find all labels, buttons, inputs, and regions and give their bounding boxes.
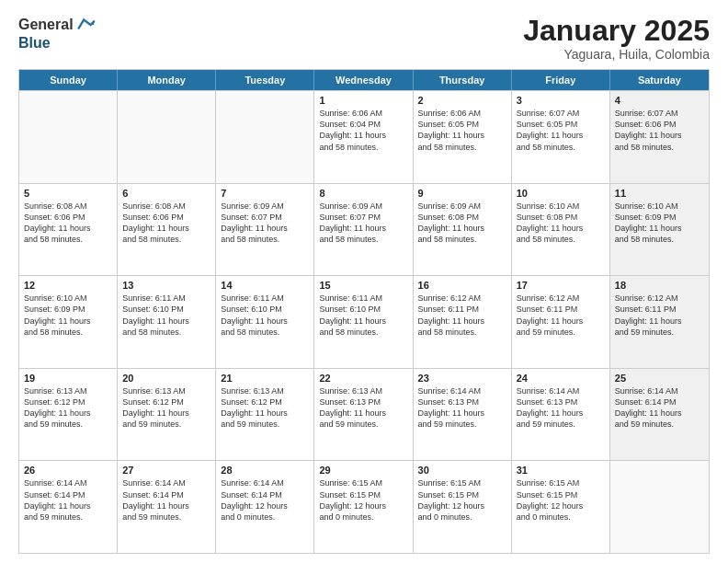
day-number: 22: [319, 373, 407, 384]
day-number: 1: [319, 95, 407, 106]
cell-info: Sunrise: 6:15 AM Sunset: 6:15 PM Dayligh…: [319, 477, 407, 523]
cell-info: Sunrise: 6:10 AM Sunset: 6:09 PM Dayligh…: [24, 293, 112, 338]
day-number: 4: [615, 95, 704, 106]
month-title: January 2025: [523, 15, 710, 47]
calendar-cell: 22Sunrise: 6:13 AM Sunset: 6:13 PM Dayli…: [314, 369, 413, 461]
calendar-header: SundayMondayTuesdayWednesdayThursdayFrid…: [19, 70, 709, 90]
cell-info: Sunrise: 6:09 AM Sunset: 6:07 PM Dayligh…: [221, 201, 309, 246]
day-number: 23: [418, 373, 506, 384]
calendar-row: 12Sunrise: 6:10 AM Sunset: 6:09 PM Dayli…: [19, 275, 709, 368]
calendar-row: 26Sunrise: 6:14 AM Sunset: 6:14 PM Dayli…: [19, 460, 709, 553]
logo-icon: [75, 15, 96, 35]
cell-info: Sunrise: 6:14 AM Sunset: 6:14 PM Dayligh…: [615, 385, 704, 431]
calendar-cell: 5Sunrise: 6:08 AM Sunset: 6:06 PM Daylig…: [19, 184, 118, 276]
day-number: 24: [517, 373, 605, 384]
cell-info: Sunrise: 6:15 AM Sunset: 6:15 PM Dayligh…: [418, 477, 506, 523]
calendar-row: 5Sunrise: 6:08 AM Sunset: 6:06 PM Daylig…: [19, 183, 709, 276]
day-number: 13: [122, 280, 210, 291]
day-number: 2: [418, 95, 506, 106]
cell-info: Sunrise: 6:11 AM Sunset: 6:10 PM Dayligh…: [221, 293, 309, 338]
cell-info: Sunrise: 6:06 AM Sunset: 6:04 PM Dayligh…: [319, 108, 407, 153]
day-number: 16: [418, 280, 506, 291]
calendar-cell: 31Sunrise: 6:15 AM Sunset: 6:15 PM Dayli…: [512, 461, 610, 553]
location: Yaguara, Huila, Colombia: [523, 47, 710, 62]
calendar-cell: 16Sunrise: 6:12 AM Sunset: 6:11 PM Dayli…: [414, 276, 512, 368]
calendar-cell: 19Sunrise: 6:13 AM Sunset: 6:12 PM Dayli…: [19, 369, 118, 461]
day-number: 25: [615, 373, 704, 384]
day-number: 26: [24, 465, 112, 476]
calendar-cell: 3Sunrise: 6:07 AM Sunset: 6:05 PM Daylig…: [512, 91, 610, 183]
calendar-cell: 2Sunrise: 6:06 AM Sunset: 6:05 PM Daylig…: [414, 91, 512, 183]
logo-blue-text: Blue: [18, 35, 51, 52]
cell-info: Sunrise: 6:13 AM Sunset: 6:13 PM Dayligh…: [319, 385, 407, 431]
calendar-row: 1Sunrise: 6:06 AM Sunset: 6:04 PM Daylig…: [19, 90, 709, 183]
calendar-cell: 30Sunrise: 6:15 AM Sunset: 6:15 PM Dayli…: [414, 461, 512, 553]
day-number: 27: [122, 465, 210, 476]
calendar-cell: 29Sunrise: 6:15 AM Sunset: 6:15 PM Dayli…: [314, 461, 413, 553]
page: General Blue January 2025 Yaguara, Huila…: [0, 0, 728, 563]
cell-info: Sunrise: 6:14 AM Sunset: 6:13 PM Dayligh…: [418, 385, 506, 431]
cell-info: Sunrise: 6:14 AM Sunset: 6:13 PM Dayligh…: [517, 385, 605, 431]
calendar-header-cell: Monday: [118, 70, 216, 90]
calendar-cell: 17Sunrise: 6:12 AM Sunset: 6:11 PM Dayli…: [512, 276, 610, 368]
cell-info: Sunrise: 6:07 AM Sunset: 6:06 PM Dayligh…: [615, 108, 704, 153]
day-number: 28: [221, 465, 309, 476]
day-number: 7: [221, 188, 309, 199]
calendar-cell: 27Sunrise: 6:14 AM Sunset: 6:14 PM Dayli…: [118, 461, 216, 553]
calendar-cell: 11Sunrise: 6:10 AM Sunset: 6:09 PM Dayli…: [610, 184, 709, 276]
cell-info: Sunrise: 6:09 AM Sunset: 6:07 PM Dayligh…: [319, 201, 407, 246]
calendar-header-cell: Wednesday: [314, 70, 413, 90]
title-block: January 2025 Yaguara, Huila, Colombia: [523, 15, 710, 62]
calendar-cell: 20Sunrise: 6:13 AM Sunset: 6:12 PM Dayli…: [118, 369, 216, 461]
day-number: 6: [122, 188, 210, 199]
calendar-cell: [216, 91, 314, 183]
calendar-header-cell: Sunday: [19, 70, 118, 90]
cell-info: Sunrise: 6:15 AM Sunset: 6:15 PM Dayligh…: [517, 477, 605, 523]
calendar-row: 19Sunrise: 6:13 AM Sunset: 6:12 PM Dayli…: [19, 368, 709, 461]
calendar-cell: 9Sunrise: 6:09 AM Sunset: 6:08 PM Daylig…: [414, 184, 512, 276]
logo-general-text: General: [18, 17, 74, 33]
calendar-header-cell: Friday: [512, 70, 610, 90]
cell-info: Sunrise: 6:13 AM Sunset: 6:12 PM Dayligh…: [221, 385, 309, 431]
calendar-header-cell: Tuesday: [216, 70, 314, 90]
calendar-cell: 8Sunrise: 6:09 AM Sunset: 6:07 PM Daylig…: [314, 184, 413, 276]
day-number: 5: [24, 188, 112, 199]
day-number: 14: [221, 280, 309, 291]
calendar-body: 1Sunrise: 6:06 AM Sunset: 6:04 PM Daylig…: [19, 90, 709, 553]
calendar-cell: 23Sunrise: 6:14 AM Sunset: 6:13 PM Dayli…: [414, 369, 512, 461]
calendar-cell: 18Sunrise: 6:12 AM Sunset: 6:11 PM Dayli…: [610, 276, 709, 368]
calendar-cell: [19, 91, 118, 183]
calendar-cell: 28Sunrise: 6:14 AM Sunset: 6:14 PM Dayli…: [216, 461, 314, 553]
day-number: 12: [24, 280, 112, 291]
cell-info: Sunrise: 6:12 AM Sunset: 6:11 PM Dayligh…: [615, 293, 704, 338]
cell-info: Sunrise: 6:11 AM Sunset: 6:10 PM Dayligh…: [319, 293, 407, 338]
calendar-cell: 15Sunrise: 6:11 AM Sunset: 6:10 PM Dayli…: [314, 276, 413, 368]
calendar-cell: 4Sunrise: 6:07 AM Sunset: 6:06 PM Daylig…: [610, 91, 709, 183]
calendar-cell: 7Sunrise: 6:09 AM Sunset: 6:07 PM Daylig…: [216, 184, 314, 276]
cell-info: Sunrise: 6:14 AM Sunset: 6:14 PM Dayligh…: [122, 477, 210, 523]
calendar-cell: 25Sunrise: 6:14 AM Sunset: 6:14 PM Dayli…: [610, 369, 709, 461]
cell-info: Sunrise: 6:10 AM Sunset: 6:08 PM Dayligh…: [517, 201, 605, 246]
day-number: 31: [517, 465, 605, 476]
calendar-cell: [610, 461, 709, 553]
day-number: 9: [418, 188, 506, 199]
day-number: 20: [122, 373, 210, 384]
calendar-cell: 24Sunrise: 6:14 AM Sunset: 6:13 PM Dayli…: [512, 369, 610, 461]
day-number: 11: [615, 188, 704, 199]
cell-info: Sunrise: 6:09 AM Sunset: 6:08 PM Dayligh…: [418, 201, 506, 246]
cell-info: Sunrise: 6:11 AM Sunset: 6:10 PM Dayligh…: [122, 293, 210, 338]
day-number: 15: [319, 280, 407, 291]
day-number: 29: [319, 465, 407, 476]
day-number: 17: [517, 280, 605, 291]
cell-info: Sunrise: 6:12 AM Sunset: 6:11 PM Dayligh…: [517, 293, 605, 338]
calendar-cell: 1Sunrise: 6:06 AM Sunset: 6:04 PM Daylig…: [314, 91, 413, 183]
cell-info: Sunrise: 6:08 AM Sunset: 6:06 PM Dayligh…: [122, 201, 210, 246]
calendar-cell: 13Sunrise: 6:11 AM Sunset: 6:10 PM Dayli…: [118, 276, 216, 368]
day-number: 3: [517, 95, 605, 106]
day-number: 19: [24, 373, 112, 384]
day-number: 18: [615, 280, 704, 291]
cell-info: Sunrise: 6:06 AM Sunset: 6:05 PM Dayligh…: [418, 108, 506, 153]
calendar-cell: 26Sunrise: 6:14 AM Sunset: 6:14 PM Dayli…: [19, 461, 118, 553]
calendar-cell: 6Sunrise: 6:08 AM Sunset: 6:06 PM Daylig…: [118, 184, 216, 276]
day-number: 10: [517, 188, 605, 199]
